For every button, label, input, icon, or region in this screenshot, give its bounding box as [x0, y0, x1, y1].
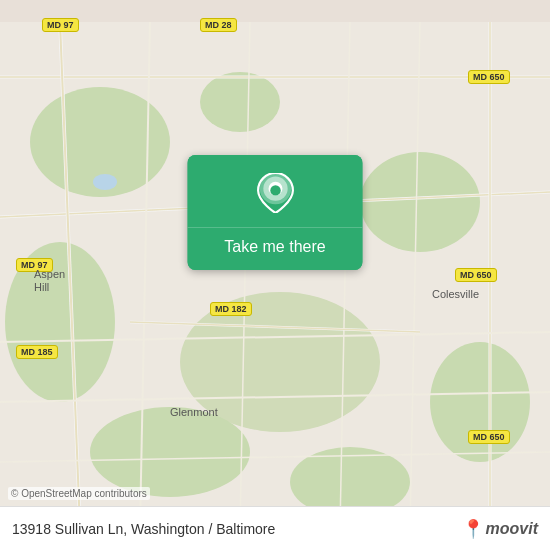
location-pin-icon — [255, 173, 295, 213]
take-me-there-button[interactable]: Take me there — [188, 227, 363, 270]
road-badge-md650-bot: MD 650 — [468, 430, 510, 444]
moovit-pin-icon: 📍 — [462, 518, 484, 540]
moovit-logo: 📍 moovit — [462, 518, 538, 540]
attribution: © OpenStreetMap contributors — [8, 487, 150, 500]
road-badge-md97-top: MD 97 — [42, 18, 79, 32]
road-badge-md650-mid: MD 650 — [455, 268, 497, 282]
svg-point-4 — [360, 152, 480, 252]
address-text: 13918 Sullivan Ln, Washington / Baltimor… — [12, 521, 275, 537]
road-badge-md185: MD 185 — [16, 345, 58, 359]
svg-point-9 — [93, 174, 117, 190]
moovit-text: moovit — [486, 520, 538, 538]
map-container: MD 97 MD 28 MD 650 MD 97 MD 185 MD 182 M… — [0, 0, 550, 550]
road-badge-md650-top: MD 650 — [468, 70, 510, 84]
label-aspen-hill: AspenHill — [34, 268, 65, 294]
svg-point-6 — [90, 407, 250, 497]
take-me-there-card[interactable]: Take me there — [188, 155, 363, 270]
label-colesville: Colesville — [432, 288, 479, 300]
label-glenmont: Glenmont — [170, 406, 218, 418]
svg-point-31 — [270, 185, 280, 195]
pin-area — [188, 155, 363, 227]
svg-point-5 — [430, 342, 530, 462]
bottom-bar: 13918 Sullivan Ln, Washington / Baltimor… — [0, 506, 550, 550]
svg-point-8 — [200, 72, 280, 132]
road-badge-md28: MD 28 — [200, 18, 237, 32]
road-badge-md182: MD 182 — [210, 302, 252, 316]
